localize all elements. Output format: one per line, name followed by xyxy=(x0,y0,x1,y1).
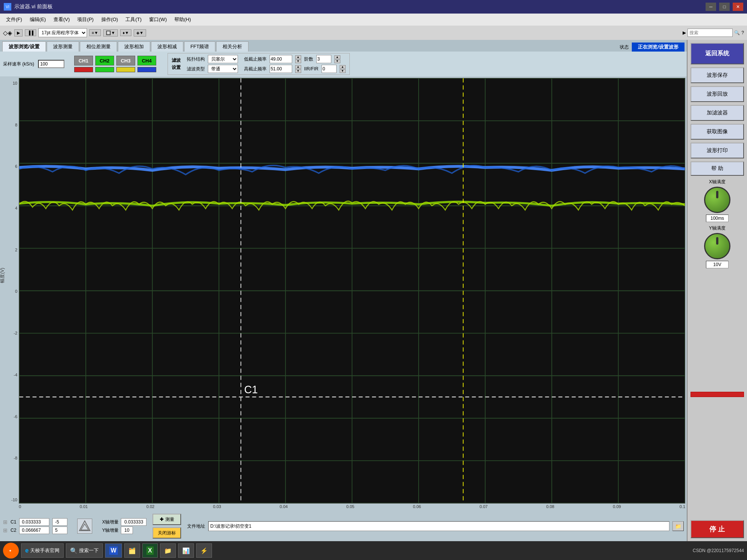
ch4-color xyxy=(137,67,156,72)
run-button[interactable]: ▶ xyxy=(14,29,23,37)
y-scale-knob[interactable] xyxy=(704,233,730,259)
capture-image-button[interactable]: 获取图像 xyxy=(691,124,744,140)
sample-rate-input[interactable] xyxy=(38,60,64,68)
filter-sub-label: 设置 xyxy=(172,64,181,71)
pause-button[interactable]: ▐▐ xyxy=(25,29,36,36)
toolbar-btn2[interactable]: 🔲▼ xyxy=(103,29,118,37)
stop-button[interactable]: 停 止 xyxy=(691,520,744,538)
menu-edit[interactable]: 编辑(E) xyxy=(27,15,49,24)
y-increment-row: Y轴增量 10 xyxy=(102,527,146,534)
toolbar-btn3[interactable]: ♦▼ xyxy=(120,29,132,36)
low-cutoff-down[interactable]: ▼ xyxy=(295,59,301,63)
axis-increments: X轴增量 0.033333 Y轴增量 10 xyxy=(102,518,146,534)
svg-marker-23 xyxy=(79,521,90,531)
toolbar-btn1[interactable]: ≡▼ xyxy=(89,29,101,36)
save-waveform-button[interactable]: 波形保存 xyxy=(691,67,744,83)
browser-icon: e xyxy=(25,547,29,554)
help-icon[interactable]: ? xyxy=(741,30,744,35)
tab-waveform-sub[interactable]: 波形相减 xyxy=(151,41,183,52)
taskbar-item-search[interactable]: 🔍 搜索一下 xyxy=(66,543,103,558)
order-spinners: ▲ ▼ xyxy=(334,55,340,63)
high-cutoff-row: 高截止频率 ▲ ▼ IIR/FIR ▲ ▼ xyxy=(244,65,346,73)
order-down[interactable]: ▼ xyxy=(334,59,340,63)
add-filter-button[interactable]: 加滤波器 xyxy=(691,105,744,121)
font-select[interactable]: 17pt 应用程序字体 xyxy=(38,28,87,37)
status-area: 状态 正在浏览/设置波形 xyxy=(620,43,684,52)
filter-type-row: 滤波类型 带通 低通 高通 xyxy=(187,65,238,73)
tab-waveform-browse[interactable]: 波形浏览/设置 xyxy=(2,41,46,52)
search-icon[interactable]: 🔍 xyxy=(734,30,740,35)
tab-correlation[interactable]: 相关分析 xyxy=(216,41,248,52)
toolbar: ◇◈ ▶ ▐▐ 17pt 应用程序字体 ≡▼ 🔲▼ ♦▼ ◈▼ ▶ 🔍 ? xyxy=(0,26,747,40)
return-system-button[interactable]: 返回系统 xyxy=(691,43,744,64)
taskbar-item-folder[interactable]: 📁 xyxy=(160,543,176,558)
ch2-button[interactable]: CH2 xyxy=(95,56,114,65)
low-cutoff-up[interactable]: ▲ xyxy=(295,55,301,59)
low-cutoff-row: 低截止频率 ▲ ▼ 阶数 ▲ ▼ xyxy=(244,55,346,63)
ch-btn-row: CH1 CH2 CH3 CH4 xyxy=(74,56,156,65)
start-button[interactable]: ✦ xyxy=(3,543,19,558)
taskbar: ✦ e 天梭手表官网 🔍 搜索一下 W 🗂️ X 📁 📊 ⚡ CSDN @220… xyxy=(0,541,747,560)
order-input[interactable] xyxy=(316,55,331,63)
topology-select[interactable]: 贝塞尔 巴特沃斯 xyxy=(208,55,238,63)
tab-phase-diff[interactable]: 相位差测量 xyxy=(80,41,117,52)
status-value: 正在浏览/设置波形 xyxy=(632,43,684,52)
iir-fir-up[interactable]: ▲ xyxy=(340,65,346,69)
close-cursor-button[interactable]: 关闭游标 xyxy=(152,527,181,539)
taskbar-item-excel[interactable]: X xyxy=(142,543,158,558)
filter-section: 滤波 设置 拓扑结构 贝塞尔 巴特沃斯 滤波类型 带通 xyxy=(168,53,350,75)
taskbar-item-explorer[interactable]: 🗂️ xyxy=(124,543,140,558)
play-waveform-button[interactable]: 波形回放 xyxy=(691,86,744,102)
high-cutoff-input[interactable] xyxy=(270,65,292,73)
scope-svg: C1 xyxy=(19,78,685,503)
help-button[interactable]: 帮 助 xyxy=(691,161,744,176)
taskbar-item-app7[interactable]: ⚡ xyxy=(196,543,212,558)
x-scale-knob[interactable] xyxy=(704,187,730,213)
high-cutoff-up[interactable]: ▲ xyxy=(295,65,301,69)
print-waveform-button[interactable]: 波形打印 xyxy=(691,143,744,158)
menu-project[interactable]: 项目(P) xyxy=(74,15,96,24)
taskbar-item-app6[interactable]: 📊 xyxy=(178,543,194,558)
filter-freq-params: 低截止频率 ▲ ▼ 阶数 ▲ ▼ 高截止 xyxy=(244,55,346,73)
toolbar-btn4[interactable]: ◈▼ xyxy=(134,29,146,37)
tab-waveform-measure[interactable]: 波形测量 xyxy=(47,41,79,52)
file-path-area: 文件地址 📁 xyxy=(187,521,684,531)
close-button[interactable]: ✕ xyxy=(733,3,743,11)
iir-fir-input[interactable] xyxy=(322,65,337,73)
menu-file[interactable]: 文件(F) xyxy=(3,15,25,24)
add-cursor-button[interactable]: 🞤 测量 xyxy=(152,514,181,525)
x-increment-row: X轴增量 0.033333 xyxy=(102,518,146,526)
title-bar: VI 示波器.vi 前面板 ─ □ ✕ xyxy=(0,0,747,14)
low-cutoff-input[interactable] xyxy=(270,55,292,63)
menu-tools[interactable]: 工具(T) xyxy=(122,15,145,24)
menu-window[interactable]: 窗口(W) xyxy=(146,15,170,24)
cursor2-y-value: 5 xyxy=(52,527,67,534)
tab-fft[interactable]: FFT频谱 xyxy=(184,41,216,52)
y-increment-value: 10 xyxy=(121,527,133,534)
taskbar-item-word[interactable]: W xyxy=(105,543,122,558)
maximize-button[interactable]: □ xyxy=(719,3,730,11)
topology-label: 拓扑结构 xyxy=(187,56,205,62)
tab-waveform-add[interactable]: 波形相加 xyxy=(118,41,150,52)
ch3-button[interactable]: CH3 xyxy=(116,56,135,65)
ch4-button[interactable]: CH4 xyxy=(137,56,156,65)
iir-fir-down[interactable]: ▼ xyxy=(340,69,346,73)
tabs-container: 波形浏览/设置 波形测量 相位差测量 波形相加 波形相减 FFT频谱 相关分析 … xyxy=(0,40,687,52)
high-cutoff-down[interactable]: ▼ xyxy=(295,69,301,73)
menu-help[interactable]: 帮助(H) xyxy=(171,15,194,24)
taskbar-item-browser[interactable]: e 天梭手表官网 xyxy=(21,543,64,558)
file-path-input[interactable] xyxy=(208,521,669,531)
ch1-button[interactable]: CH1 xyxy=(74,56,93,65)
folder-browse-button[interactable]: 📁 xyxy=(672,521,684,531)
x-scale-label: X轴满度 xyxy=(709,179,726,185)
filter-type-select[interactable]: 带通 低通 高通 xyxy=(208,65,238,73)
minimize-button[interactable]: ─ xyxy=(706,3,716,11)
menu-operate[interactable]: 操作(O) xyxy=(98,15,121,24)
x-scale-section: X轴满度 100ms xyxy=(691,179,744,222)
cursor-info: ⊞ C1 0.033333 -5 ⊞ C2 0.066667 5 xyxy=(3,518,67,534)
search-input[interactable] xyxy=(688,29,733,37)
red-indicator xyxy=(691,392,744,397)
order-up[interactable]: ▲ xyxy=(334,55,340,59)
menu-view[interactable]: 查看(V) xyxy=(50,15,73,24)
cursor2-row: ⊞ C2 0.066667 5 xyxy=(3,527,67,534)
